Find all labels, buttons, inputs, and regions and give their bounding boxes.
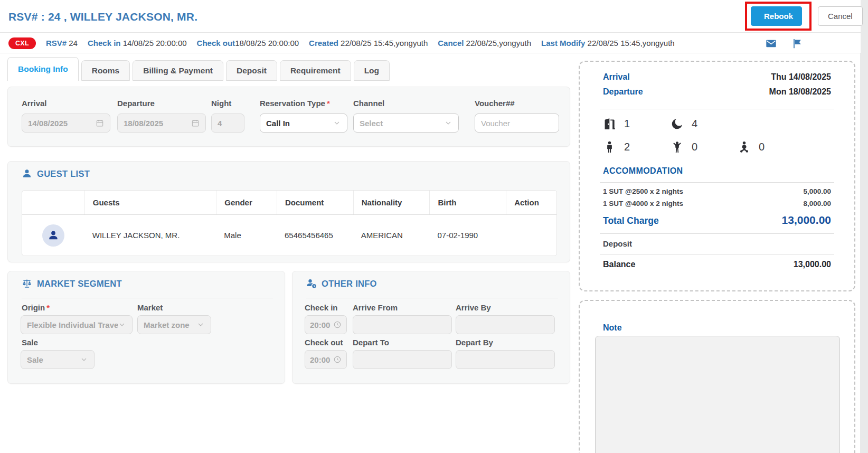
rebook-button[interactable]: Rebook bbox=[751, 6, 802, 26]
origin-select: Flexible Individual Traveler bbox=[21, 315, 133, 334]
charge-amount: 8,000.00 bbox=[803, 200, 831, 207]
market-label: Market bbox=[137, 303, 163, 312]
flag-icon[interactable] bbox=[791, 38, 803, 49]
market-select: Market zone bbox=[137, 315, 211, 334]
arrive-by-input bbox=[456, 315, 555, 334]
cancel-button[interactable]: Cancel bbox=[818, 6, 863, 26]
night-field: 4 bbox=[211, 114, 244, 133]
col-gender: Gender bbox=[216, 191, 277, 214]
infants-count-value: 0 bbox=[759, 141, 765, 153]
status-check-in: Check in 14/08/25 20:00:00 bbox=[88, 39, 187, 48]
note-textarea[interactable] bbox=[595, 336, 840, 453]
channel-label: Channel bbox=[353, 99, 384, 108]
status-rsv-number: RSV# 24 bbox=[46, 39, 78, 48]
guest-name: WILLEY JACKSON, MR. bbox=[84, 231, 216, 240]
page-edge bbox=[860, 0, 868, 453]
guest-list-header: GUEST LIST bbox=[22, 168, 90, 179]
infants-count: 0 bbox=[738, 140, 765, 154]
market-segment-header: MARKET SEGMENT bbox=[22, 278, 122, 289]
children-count: 0 bbox=[671, 140, 697, 154]
other-info-header: OTHER INFO bbox=[306, 278, 377, 289]
accommodation-header: ACCOMMODATION bbox=[603, 166, 831, 176]
arrive-by-label: Arrive By bbox=[456, 303, 491, 312]
chevron-down-icon bbox=[333, 119, 341, 127]
divider bbox=[600, 254, 834, 254]
chevron-down-icon bbox=[80, 355, 88, 364]
guest-gender: Male bbox=[216, 231, 277, 240]
depart-by-label: Depart By bbox=[456, 338, 493, 347]
arrive-from-input bbox=[353, 315, 452, 334]
guest-document: 65465456465 bbox=[277, 231, 353, 240]
chevron-down-icon bbox=[444, 119, 452, 127]
tab-log[interactable]: Log bbox=[354, 60, 390, 81]
guest-nationality: AMERICAN bbox=[353, 231, 430, 240]
arrival-label: Arrival bbox=[22, 99, 47, 108]
tab-billing-payment[interactable]: Billing & Payment bbox=[133, 60, 223, 81]
col-document: Document bbox=[277, 191, 353, 214]
booking-form-panel: Arrival 14/08/2025 Departure 18/08/2025 … bbox=[7, 87, 570, 147]
guest-list-panel: GUEST LIST Guests Gender Document Nation… bbox=[7, 161, 570, 262]
charge-amount: 5,000.00 bbox=[803, 187, 831, 195]
door-open-icon bbox=[603, 117, 616, 130]
voucher-input[interactable] bbox=[475, 114, 559, 133]
status-cancel: Cancel 22/08/25,yongyuth bbox=[438, 39, 531, 48]
person-icon bbox=[22, 168, 32, 179]
calendar-icon bbox=[191, 119, 200, 127]
deposit-row: Deposit bbox=[603, 239, 831, 248]
guest-table-row[interactable]: WILLEY JACKSON, MR. Male 65465456465 AME… bbox=[22, 215, 556, 256]
status-created: Created 22/08/25 15:45,yongyuth bbox=[309, 39, 428, 48]
depart-to-label: Depart To bbox=[353, 338, 389, 347]
depart-to-input bbox=[353, 350, 452, 369]
col-action: Action bbox=[506, 191, 556, 214]
guest-table: Guests Gender Document Nationality Birth… bbox=[22, 190, 557, 256]
status-badge: CXL bbox=[8, 37, 36, 49]
scales-icon bbox=[22, 278, 32, 289]
children-count-value: 0 bbox=[692, 141, 697, 153]
required-marker: * bbox=[46, 303, 50, 312]
market-segment-panel: MARKET SEGMENT Origin* Flexible Individu… bbox=[7, 271, 285, 384]
adults-count: 2 bbox=[603, 140, 630, 154]
voucher-label: Voucher## bbox=[475, 99, 515, 108]
deposit-label: Deposit bbox=[603, 239, 632, 248]
calendar-icon bbox=[96, 119, 104, 127]
tab-requirement[interactable]: Requirement bbox=[280, 60, 351, 81]
tab-booking-info[interactable]: Booking Info bbox=[7, 57, 79, 81]
checkin-time-field: 20:00 bbox=[305, 315, 347, 334]
summary-arrival-label: Arrival bbox=[603, 72, 630, 82]
header: RSV# : 24 , WILLEY JACKSON, MR. Rebook C… bbox=[0, 0, 861, 33]
nights-count-value: 4 bbox=[692, 118, 697, 130]
charge-line: 1 SUT @2500 x 2 nights 5,000.00 bbox=[603, 187, 831, 195]
divider bbox=[600, 182, 834, 183]
divider bbox=[22, 298, 273, 298]
tab-deposit[interactable]: Deposit bbox=[226, 60, 277, 81]
note-label: Note bbox=[603, 323, 622, 333]
total-charge-label: Total Charge bbox=[603, 215, 659, 227]
sale-select: Sale bbox=[21, 350, 95, 369]
balance-row: Balance 13,000.00 bbox=[603, 260, 831, 269]
total-charge-row: Total Charge 13,000.00 bbox=[603, 214, 831, 227]
checkout-time-label: Check out bbox=[305, 338, 343, 347]
arrive-from-label: Arrive From bbox=[353, 303, 398, 312]
charge-line: 1 SUT @4000 x 2 nights 8,000.00 bbox=[603, 200, 831, 207]
col-avatar bbox=[22, 191, 84, 214]
checkin-time-label: Check in bbox=[305, 303, 338, 312]
rooms-count: 1 bbox=[603, 117, 630, 130]
other-info-panel: OTHER INFO Check in 20:00 Arrive From Ar… bbox=[292, 271, 570, 384]
moon-icon bbox=[671, 117, 684, 130]
night-label: Night bbox=[211, 99, 231, 108]
envelope-icon[interactable] bbox=[766, 38, 777, 49]
origin-label: Origin* bbox=[22, 303, 50, 312]
reservation-summary-panel: Arrival Thu 14/08/2025 Departure Mon 18/… bbox=[579, 61, 855, 291]
reservation-type-label: Reservation Type* bbox=[260, 99, 330, 108]
tab-rooms[interactable]: Rooms bbox=[81, 60, 130, 81]
child-icon bbox=[671, 140, 684, 154]
guest-table-header: Guests Gender Document Nationality Birth… bbox=[22, 191, 556, 215]
channel-select[interactable]: Select bbox=[353, 114, 459, 133]
clock-icon bbox=[333, 355, 342, 364]
chevron-down-icon bbox=[196, 320, 205, 329]
col-nationality: Nationality bbox=[353, 191, 430, 214]
nights-count: 4 bbox=[671, 117, 697, 130]
reservation-type-select[interactable]: Call In bbox=[260, 114, 347, 133]
depart-by-input bbox=[456, 350, 555, 369]
required-marker: * bbox=[327, 99, 330, 108]
